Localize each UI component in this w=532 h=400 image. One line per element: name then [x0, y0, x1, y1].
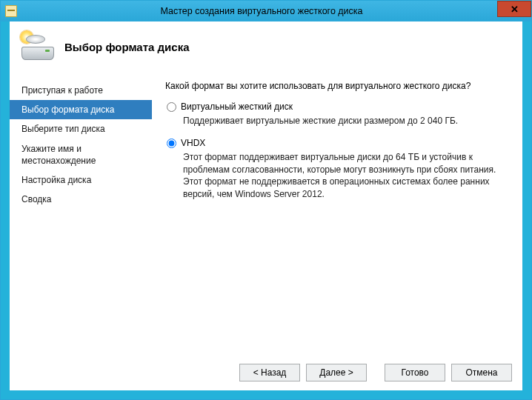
format-question: Какой формат вы хотите использовать для …: [165, 81, 506, 91]
option-vhdx-label: VHDX: [181, 138, 205, 148]
step-name-location[interactable]: Укажите имя и местонахождение: [10, 139, 152, 170]
cancel-button[interactable]: Отмена: [451, 364, 512, 381]
disk-wizard-icon: [21, 32, 56, 61]
wizard-content: Какой формат вы хотите использовать для …: [152, 75, 522, 356]
option-vhd-label: Виртуальный жесткий диск: [181, 101, 293, 112]
back-button[interactable]: < Назад: [239, 364, 300, 381]
step-choose-type[interactable]: Выберите тип диска: [10, 119, 152, 139]
finish-button[interactable]: Готово: [385, 364, 445, 381]
close-button[interactable]: ✕: [497, 1, 531, 17]
option-vhd[interactable]: Виртуальный жесткий диск: [165, 101, 506, 112]
button-gap: [373, 364, 379, 381]
app-icon: [5, 5, 17, 17]
step-configure-disk[interactable]: Настройка диска: [10, 170, 152, 190]
window-title: Мастер создания виртуального жесткого ди…: [21, 6, 531, 16]
close-icon: ✕: [511, 4, 519, 15]
titlebar: Мастер создания виртуального жесткого ди…: [1, 1, 531, 21]
option-vhdx-desc: Этот формат поддерживает виртуальные дис…: [183, 151, 506, 201]
wizard-steps-sidebar: Приступая к работе Выбор формата диска В…: [10, 75, 152, 356]
step-getting-started[interactable]: Приступая к работе: [10, 81, 152, 100]
window-body: Выбор формата диска Приступая к работе В…: [1, 21, 531, 399]
radio-vhdx[interactable]: [167, 139, 176, 148]
wizard-body: Приступая к работе Выбор формата диска В…: [10, 72, 522, 356]
wizard-header: Выбор формата диска: [10, 21, 522, 72]
step-summary[interactable]: Сводка: [10, 190, 152, 209]
wizard-footer: < Назад Далее > Готово Отмена: [10, 356, 522, 390]
option-vhdx[interactable]: VHDX: [165, 138, 506, 148]
wizard-window: Мастер создания виртуального жесткого ди…: [0, 0, 532, 400]
step-choose-format[interactable]: Выбор формата диска: [10, 100, 152, 119]
next-button[interactable]: Далее >: [306, 364, 367, 381]
radio-vhd[interactable]: [167, 102, 176, 112]
page-title: Выбор формата диска: [64, 41, 190, 53]
option-vhd-desc: Поддерживает виртуальные жесткие диски р…: [183, 115, 506, 127]
